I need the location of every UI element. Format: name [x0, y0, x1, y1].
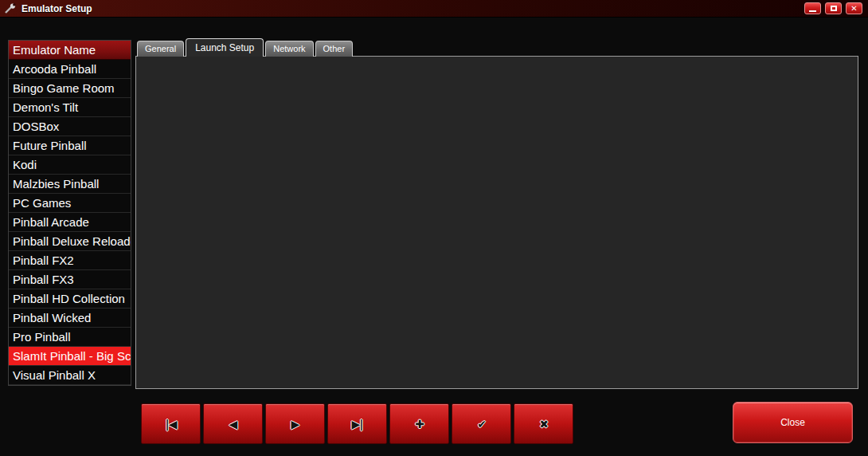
title-bar: Emulator Setup ✕	[0, 0, 868, 18]
emulator-list-item[interactable]: Pinball Deluxe Reloaded	[9, 232, 131, 251]
post-record-button[interactable]: ✔	[452, 403, 511, 444]
window-controls: ✕	[804, 2, 862, 14]
prior-record-button[interactable]: ◀	[203, 403, 263, 444]
emulator-list-item[interactable]: Demon's Tilt	[9, 98, 131, 117]
emulator-list-item[interactable]: Pinball FX2	[9, 251, 131, 270]
minimize-icon	[809, 10, 816, 12]
emulator-list-item[interactable]: Visual Pinball X	[9, 366, 131, 385]
tab-launch-setup[interactable]: Launch Setup	[186, 38, 264, 57]
wrench-icon	[4, 3, 17, 14]
emulator-list-item[interactable]: Pinball FX3	[9, 270, 131, 289]
emulator-list: Emulator Name Arcooda PinballBingo Game …	[8, 40, 131, 386]
emulator-list-item[interactable]: SlamIt Pinball - Big Score	[9, 347, 131, 366]
last-record-button[interactable]: ▶|	[327, 403, 387, 444]
insert-record-button[interactable]: ✚	[389, 403, 449, 444]
maximize-button[interactable]	[825, 2, 842, 14]
emulator-list-item[interactable]: PC Games	[9, 194, 131, 213]
emulator-list-item[interactable]: Pinball HD Collection	[9, 289, 131, 309]
tab-bar: GeneralLaunch SetupNetworkOther	[137, 38, 353, 57]
record-navigator: |◀◀▶▶|✚✔✖	[141, 403, 573, 444]
emulator-list-item[interactable]: Malzbies Pinball	[9, 175, 131, 194]
emulator-list-item[interactable]: Bingo Game Room	[9, 79, 131, 98]
close-window-button[interactable]: ✕	[846, 2, 862, 14]
tab-network[interactable]: Network	[265, 41, 313, 57]
emulator-list-item[interactable]: DOSBox	[9, 117, 131, 136]
nav-icon: ▶|	[352, 419, 363, 430]
nav-icon: ▶	[291, 419, 299, 430]
first-record-button[interactable]: |◀	[141, 403, 201, 444]
launch-setup-panel	[135, 56, 858, 389]
emulator-list-item[interactable]: Kodi	[9, 155, 131, 175]
nav-icon: |◀	[166, 419, 177, 430]
emulator-list-item[interactable]: Arcooda Pinball	[9, 60, 131, 79]
nav-icon: ✖	[539, 419, 548, 430]
next-record-button[interactable]: ▶	[265, 403, 325, 444]
emulator-list-item[interactable]: Pro Pinball	[9, 328, 131, 347]
maximize-icon	[831, 6, 837, 11]
emulator-list-item[interactable]: Pinball Arcade	[9, 213, 131, 232]
close-button[interactable]: Close	[733, 402, 853, 443]
emulator-list-item[interactable]: Future Pinball	[9, 136, 131, 155]
emulator-list-items: Arcooda PinballBingo Game RoomDemon's Ti…	[9, 60, 131, 385]
emulator-setup-window: Emulator Setup ✕ Emulator Name Arcooda P…	[0, 0, 868, 456]
nav-icon: ✔	[477, 419, 486, 430]
tab-other[interactable]: Other	[315, 41, 354, 57]
close-icon: ✕	[850, 5, 857, 13]
nav-icon: ✚	[415, 419, 424, 430]
tab-general[interactable]: General	[137, 41, 184, 57]
emulator-list-item[interactable]: Pinball Wicked	[9, 309, 131, 328]
nav-icon: ◀	[229, 419, 237, 430]
cancel-record-button[interactable]: ✖	[514, 403, 573, 444]
minimize-button[interactable]	[804, 2, 821, 14]
emulator-list-header: Emulator Name	[9, 41, 131, 60]
window-title: Emulator Setup	[22, 3, 92, 14]
